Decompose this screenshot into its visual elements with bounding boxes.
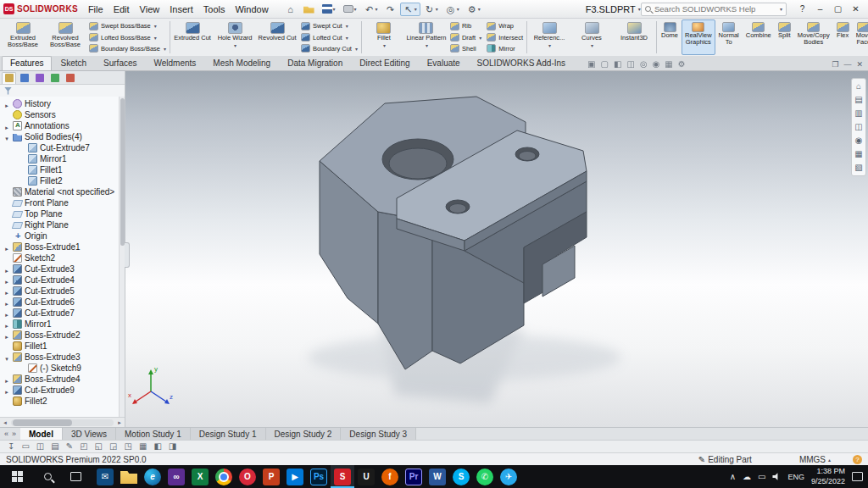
- heads-up-icon[interactable]: ◉: [653, 59, 660, 69]
- shortcut-tool-icon[interactable]: ◨: [169, 442, 176, 451]
- taskbar-app-button[interactable]: X: [188, 465, 212, 488]
- tree-item[interactable]: Fillet2: [0, 396, 119, 407]
- ribbon-button[interactable]: Linear Pattern: [405, 19, 448, 55]
- ribbon-button[interactable]: Referenc...: [528, 19, 570, 55]
- window-control-button[interactable]: ?: [793, 2, 811, 16]
- units-selector[interactable]: MMGS: [799, 455, 831, 464]
- ribbon-button[interactable]: Wrap: [485, 20, 525, 31]
- shortcut-tool-icon[interactable]: ▦: [139, 442, 147, 451]
- ribbon-button[interactable]: Rib: [448, 20, 483, 31]
- tree-item[interactable]: Boss-Extrude2: [0, 330, 119, 341]
- tree-item[interactable]: History: [0, 98, 119, 109]
- taskbar-app-button[interactable]: P: [259, 465, 283, 488]
- ribbon-button[interactable]: Swept Cut: [299, 20, 359, 31]
- expand-arrow-icon[interactable]: [3, 374, 10, 385]
- ribbon-button[interactable]: Swept Boss/Base: [87, 20, 168, 31]
- task-pane-icon[interactable]: ▥: [854, 109, 862, 118]
- task-pane-icon[interactable]: ◉: [855, 136, 863, 145]
- heads-up-icon[interactable]: ◫: [626, 59, 634, 69]
- shortcut-tool-icon[interactable]: ✎: [66, 442, 73, 451]
- shortcut-tool-icon[interactable]: ◲: [109, 442, 117, 451]
- menu-item[interactable]: Tools: [198, 3, 231, 16]
- scroll-right-icon[interactable]: ▸: [114, 419, 125, 426]
- tree-item[interactable]: Material <not specified>: [0, 186, 119, 197]
- menu-item[interactable]: Edit: [108, 3, 135, 16]
- ribbon-button[interactable]: Shell: [448, 43, 483, 54]
- taskbar-app-button[interactable]: ✆: [473, 465, 497, 488]
- help-search[interactable]: ▾: [641, 3, 787, 16]
- expand-arrow-icon[interactable]: [3, 286, 10, 297]
- ribbon-button[interactable]: Hole Wizard: [214, 19, 256, 55]
- panel-tab[interactable]: [47, 72, 62, 84]
- tree-item[interactable]: Cut-Extrude3: [0, 263, 119, 274]
- heads-up-icon[interactable]: ◎: [640, 59, 648, 69]
- tree-item[interactable]: Sensors: [0, 109, 119, 120]
- taskbar-app-button[interactable]: ✈: [497, 465, 520, 488]
- expand-arrow-icon[interactable]: [3, 121, 10, 131]
- document-tab[interactable]: Model: [20, 428, 63, 440]
- taskbar-app-button[interactable]: [117, 465, 141, 488]
- onedrive-icon[interactable]: ☁: [743, 473, 751, 481]
- window-control-button[interactable]: ✕: [847, 2, 865, 16]
- panel-tab[interactable]: [17, 72, 31, 84]
- tray-expand-icon[interactable]: ∧: [730, 473, 736, 481]
- ribbon-button[interactable]: Instant3D: [613, 19, 655, 55]
- filter-funnel-icon[interactable]: [4, 87, 12, 95]
- panel-control-icon[interactable]: ❐: [832, 60, 838, 69]
- toolbar-button[interactable]: [319, 3, 339, 15]
- expand-arrow-icon[interactable]: [3, 330, 10, 341]
- document-tab[interactable]: Motion Study 1: [116, 428, 191, 440]
- taskbar-app-button[interactable]: ▶: [283, 465, 307, 488]
- search-input[interactable]: [654, 4, 776, 14]
- tree-item[interactable]: Cut-Extrude4: [0, 274, 119, 286]
- command-tab[interactable]: Weldments: [146, 56, 205, 70]
- task-view-button[interactable]: [62, 465, 90, 488]
- scrollbar-thumb[interactable]: [120, 98, 125, 246]
- tab-scroll-right-icon[interactable]: »: [12, 430, 16, 438]
- command-tab[interactable]: SOLIDWORKS Add-Ins: [469, 56, 574, 70]
- command-tab[interactable]: Mesh Modeling: [204, 56, 279, 70]
- tree-item[interactable]: Annotations: [0, 120, 119, 131]
- expand-arrow-icon[interactable]: [3, 297, 10, 308]
- heads-up-icon[interactable]: ◧: [614, 59, 621, 69]
- document-tab[interactable]: Design Study 3: [341, 428, 416, 440]
- tree-item[interactable]: Boss-Extrude1: [0, 241, 119, 252]
- toolbar-button[interactable]: [340, 3, 360, 14]
- tree-item[interactable]: (-) Sketch9: [0, 363, 119, 374]
- tree-item[interactable]: Cut-Extrude7: [0, 142, 119, 153]
- document-tab[interactable]: Design Study 1: [191, 428, 266, 440]
- tree-item[interactable]: Cut-Extrude9: [0, 385, 119, 396]
- start-button[interactable]: [0, 465, 34, 488]
- menu-item[interactable]: Window: [230, 3, 273, 16]
- tab-scroll-left-icon[interactable]: «: [4, 430, 8, 438]
- ribbon-button[interactable]: Normal To: [715, 19, 743, 55]
- network-icon[interactable]: ▭: [758, 473, 765, 481]
- heads-up-icon[interactable]: ▦: [665, 59, 672, 69]
- tree-item[interactable]: Solid Bodies(4): [0, 131, 119, 142]
- ribbon-button[interactable]: RealView Graphics: [682, 19, 715, 55]
- tree-item[interactable]: Boss-Extrude4: [0, 374, 119, 385]
- language-indicator[interactable]: ENG: [787, 473, 804, 481]
- taskbar-app-button[interactable]: O: [236, 465, 259, 488]
- toolbar-button[interactable]: ↻: [421, 3, 442, 16]
- ribbon-button[interactable]: Dome: [658, 19, 682, 55]
- taskbar-app-button[interactable]: e: [141, 465, 164, 488]
- window-control-button[interactable]: –: [811, 2, 829, 16]
- panel-tab[interactable]: [2, 72, 16, 84]
- ribbon-button[interactable]: Combine: [743, 19, 775, 55]
- ribbon-button[interactable]: Boundary Cut: [299, 43, 359, 54]
- menu-item[interactable]: Insert: [164, 3, 198, 16]
- ribbon-button[interactable]: Boundary Boss/Base: [87, 43, 168, 54]
- heads-up-icon[interactable]: ⚙: [678, 59, 686, 69]
- tree-item[interactable]: Fillet1: [0, 164, 119, 175]
- command-tab[interactable]: Features: [2, 56, 52, 70]
- heads-up-icon[interactable]: ▣: [587, 59, 595, 69]
- shortcut-tool-icon[interactable]: ◱: [95, 442, 103, 451]
- shortcut-tool-icon[interactable]: ◰: [80, 442, 87, 451]
- expand-arrow-icon[interactable]: [3, 308, 10, 319]
- shortcut-tool-icon[interactable]: ◫: [36, 442, 44, 451]
- toolbar-button[interactable]: ↖: [400, 3, 420, 16]
- tree-item[interactable]: Origin: [0, 230, 119, 241]
- command-tab[interactable]: Data Migration: [279, 56, 351, 70]
- tree-item[interactable]: Mirror1: [0, 153, 119, 164]
